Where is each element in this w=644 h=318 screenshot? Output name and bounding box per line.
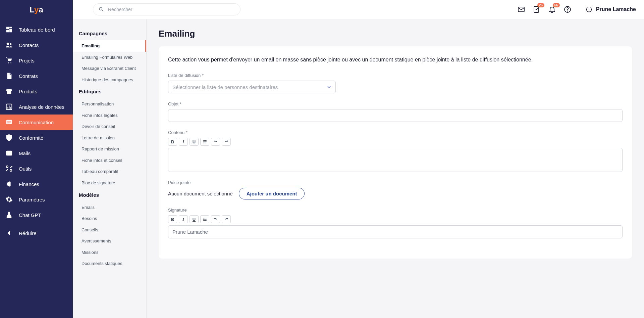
- mail-icon: [5, 149, 13, 157]
- sec-item[interactable]: Emails: [73, 202, 146, 213]
- sig-redo-button[interactable]: [222, 215, 231, 223]
- undo-icon: [213, 139, 218, 144]
- gear-icon: [5, 196, 13, 203]
- list-icon: [203, 139, 207, 144]
- sec-item[interactable]: Documents statiques: [73, 258, 146, 269]
- svg-point-6: [8, 62, 9, 63]
- svg-point-32: [203, 143, 204, 143]
- logo[interactable]: Lya: [0, 0, 73, 19]
- nav-item-chat[interactable]: Communication: [0, 115, 73, 130]
- nav-item-dashboard[interactable]: Tableau de bord: [0, 22, 73, 37]
- sec-item[interactable]: Devoir de conseil: [73, 121, 146, 132]
- nav-item-label: Contrats: [19, 73, 38, 79]
- nav-item-shield[interactable]: Conformité: [0, 130, 73, 145]
- sidebar-primary: Lya Tableau de bordContactsProjetsContra…: [0, 0, 73, 318]
- sec-item[interactable]: Besoins: [73, 213, 146, 224]
- search-icon: [98, 6, 104, 12]
- field-subject: Objet *: [168, 101, 623, 122]
- user-menu[interactable]: Prune Lamache: [585, 6, 636, 13]
- nav-item-tools[interactable]: Outils: [0, 161, 73, 176]
- underline-button[interactable]: U: [190, 138, 199, 146]
- mail-button[interactable]: [517, 5, 526, 14]
- svg-rect-8: [7, 91, 11, 94]
- undo-button[interactable]: [211, 138, 220, 146]
- sec-item[interactable]: Bloc de signature: [73, 177, 146, 189]
- sec-item[interactable]: Personnalisation: [73, 98, 146, 110]
- nav-item-store[interactable]: Produits: [0, 84, 73, 99]
- svg-point-23: [8, 217, 9, 217]
- sec-item[interactable]: Fiche infos légales: [73, 110, 146, 121]
- nav-item-chart[interactable]: Analyse de données: [0, 99, 73, 115]
- sig-undo-button[interactable]: [211, 215, 220, 223]
- sidebar-secondary: CampagnesEmailingEmailing Formulaires We…: [73, 19, 147, 318]
- notifications-button[interactable]: 66: [548, 5, 556, 14]
- search-input[interactable]: [93, 3, 240, 15]
- sec-item[interactable]: Emailing: [73, 40, 146, 52]
- nav-item-label: Paramètres: [19, 197, 45, 202]
- svg-point-18: [6, 166, 8, 168]
- editor-content[interactable]: [168, 148, 623, 172]
- nav-reduce[interactable]: Réduire: [0, 225, 73, 241]
- redo-icon: [224, 139, 229, 144]
- list-icon: [203, 217, 207, 222]
- logo-part3: a: [39, 5, 43, 14]
- sig-underline-button[interactable]: U: [190, 215, 199, 223]
- sig-bold-button[interactable]: B: [168, 215, 177, 223]
- input-subject[interactable]: [168, 109, 623, 122]
- editor-signature[interactable]: Prune Lamache: [168, 225, 623, 238]
- sec-item[interactable]: Rapport de mission: [73, 143, 146, 155]
- svg-rect-10: [7, 107, 8, 109]
- nav-item-cart[interactable]: Projets: [0, 53, 73, 68]
- select-diffusion[interactable]: Sélectionner la liste de personnes desti…: [168, 81, 336, 93]
- signature-toolbar: B I U: [168, 215, 623, 223]
- svg-point-38: [203, 220, 204, 221]
- store-icon: [5, 88, 13, 95]
- nav-item-label: Chat GPT: [19, 212, 41, 218]
- sec-item[interactable]: Missions: [73, 247, 146, 258]
- svg-rect-2: [9, 29, 12, 32]
- select-diffusion-placeholder: Sélectionner la liste de personnes desti…: [172, 84, 278, 90]
- list-button[interactable]: [200, 138, 209, 146]
- help-button[interactable]: [563, 5, 572, 14]
- svg-rect-11: [9, 105, 9, 108]
- document-icon: [5, 72, 13, 80]
- redo-button[interactable]: [222, 138, 231, 146]
- tasks-button[interactable]: 26: [532, 5, 541, 14]
- sec-item[interactable]: Fiche infos et conseil: [73, 155, 146, 166]
- nav-item-label: Mails: [19, 150, 31, 156]
- sec-item[interactable]: Avertissements: [73, 235, 146, 247]
- sec-item[interactable]: Lettre de mission: [73, 132, 146, 144]
- sec-group-title: Campagnes: [73, 27, 146, 40]
- nav-item-document[interactable]: Contrats: [0, 68, 73, 84]
- arrow-back-icon: [5, 229, 13, 237]
- user-name: Prune Lamache: [596, 6, 636, 12]
- flask-icon: [5, 211, 13, 219]
- nav-item-flask[interactable]: Chat GPT: [0, 207, 73, 223]
- label-diffusion: Liste de diffusion *: [168, 73, 623, 78]
- nav-item-euro[interactable]: Finances: [0, 176, 73, 192]
- add-document-button[interactable]: Ajouter un document: [239, 188, 305, 199]
- sig-italic-button[interactable]: I: [179, 215, 188, 223]
- italic-button[interactable]: I: [179, 138, 188, 146]
- nav-item-people[interactable]: Contacts: [0, 37, 73, 53]
- nav-item-gear[interactable]: Paramètres: [0, 192, 73, 207]
- svg-rect-33: [204, 143, 206, 143]
- sec-item[interactable]: Historique des campagnes: [73, 74, 146, 86]
- svg-rect-35: [204, 218, 206, 218]
- sec-item[interactable]: Message via Extranet Client: [73, 63, 146, 74]
- svg-point-4: [7, 43, 9, 45]
- redo-icon: [224, 217, 229, 222]
- nav-item-label: Projets: [19, 58, 35, 63]
- svg-rect-12: [10, 107, 11, 109]
- nav-item-mail[interactable]: Mails: [0, 145, 73, 161]
- bold-button[interactable]: B: [168, 138, 177, 146]
- svg-rect-14: [7, 121, 11, 121]
- dashboard-icon: [5, 26, 13, 33]
- sig-list-button[interactable]: [200, 215, 209, 223]
- sec-item[interactable]: Tableau comparatif: [73, 166, 146, 177]
- people-icon: [5, 41, 13, 49]
- sec-item[interactable]: Conseils: [73, 224, 146, 236]
- sec-item[interactable]: Emailing Formulaires Web: [73, 52, 146, 63]
- attachment-none-text: Aucun document sélectionné: [168, 191, 233, 196]
- svg-rect-31: [204, 142, 206, 142]
